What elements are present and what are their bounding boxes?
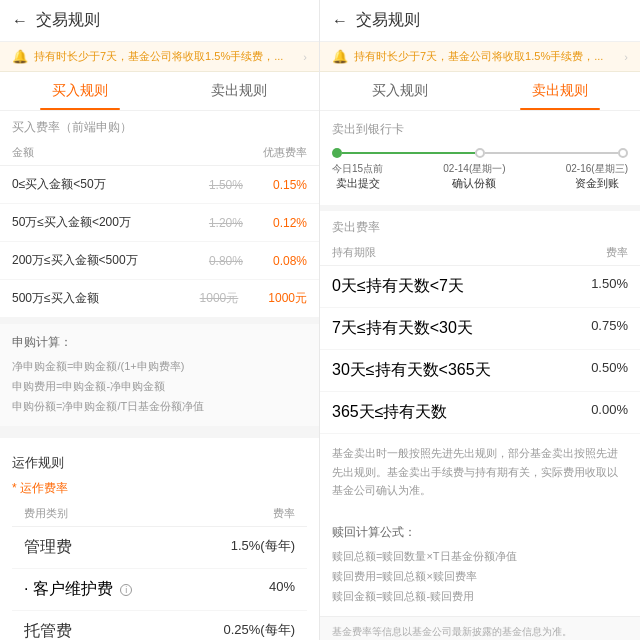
sell-fee-label-0: 0天≤持有天数<7天 — [332, 276, 464, 297]
left-back-icon[interactable]: ← — [12, 12, 28, 30]
left-notice-text: 持有时长少于7天，基金公司将收取1.5%手续费，... — [34, 49, 299, 64]
left-section-title: 买入费率（前端申购） — [0, 111, 319, 140]
right-tabs: 买入规则 卖出规则 — [320, 72, 640, 111]
left-content: 买入费率（前端申购） 金额 优惠费率 0≤买入金额<50万 1.50% 0.15… — [0, 111, 319, 640]
table-row: 500万≤买入金额 1000元 1000元 — [0, 280, 319, 318]
info-icon[interactable]: i — [120, 584, 132, 596]
left-title: 交易规则 — [36, 10, 100, 31]
timeline-track — [332, 148, 628, 158]
sell-fee-label-2: 30天≤持有天数<365天 — [332, 360, 491, 381]
bottom-note: 基金费率等信息以基金公司最新披露的基金信息为准。 — [320, 616, 640, 640]
right-back-icon[interactable]: ← — [332, 12, 348, 30]
calc-item-2: 申购份额=净申购金额/T日基金份额净值 — [12, 397, 307, 417]
ops-section: 运作规则 * 运作费率 费用类别 费率 管理费 1.5%(每年) · 客户维护费… — [0, 438, 319, 640]
right-rate-label: 费率 — [606, 245, 628, 260]
old-rate-0: 1.50% — [209, 178, 243, 192]
left-panel: ← 交易规则 🔔 持有时长少于7天，基金公司将收取1.5%手续费，... › 买… — [0, 0, 320, 640]
ops-title: 运作规则 — [12, 446, 307, 476]
sell-fee-rate-1: 0.75% — [591, 318, 628, 339]
left-fee-table-header: 金额 优惠费率 — [0, 140, 319, 166]
sell-fee-label-1: 7天≤持有天数<30天 — [332, 318, 473, 339]
calc-section: 申购计算： 净申购金额=申购金额/(1+申购费率) 申购费用=申购金额-净申购金… — [0, 318, 319, 432]
left-top-bar: ← 交易规则 — [0, 0, 319, 42]
tl-date-1: 02-14(星期一) — [443, 162, 505, 176]
right-panel: ← 交易规则 🔔 持有时长少于7天，基金公司将收取1.5%手续费，... › 买… — [320, 0, 640, 640]
table-row: 50万≤买入金额<200万 1.20% 0.12% — [0, 204, 319, 242]
sell-fee-rate-2: 0.50% — [591, 360, 628, 381]
ops-row-0: 管理费 1.5%(每年) — [12, 527, 307, 569]
right-calc-item-2: 赎回金额=赎回总额-赎回费用 — [332, 587, 628, 607]
old-rate-1: 1.20% — [209, 216, 243, 230]
calc-item-1: 申购费用=申购金额-净申购金额 — [12, 377, 307, 397]
right-notice-bar[interactable]: 🔔 持有时长少于7天，基金公司将收取1.5%手续费，... › — [320, 42, 640, 72]
ops-label-0: 管理费 — [24, 537, 72, 558]
right-top-bar: ← 交易规则 — [320, 0, 640, 42]
table-row: 0≤买入金额<50万 1.50% 0.15% — [0, 166, 319, 204]
timeline-dot-2 — [618, 148, 628, 158]
ops-row-1: · 客户维护费 i 40% — [12, 569, 307, 611]
new-rate-2: 0.08% — [273, 254, 307, 268]
sell-fee-row-2: 30天≤持有天数<365天 0.50% — [320, 350, 640, 392]
left-tab-sell[interactable]: 卖出规则 — [160, 72, 320, 110]
left-notice-arrow: › — [303, 51, 307, 63]
sell-fee-rate-0: 1.50% — [591, 276, 628, 297]
right-title: 交易规则 — [356, 10, 420, 31]
new-rate-1: 0.12% — [273, 216, 307, 230]
sell-fee-title: 卖出费率 — [320, 211, 640, 240]
left-tabs: 买入规则 卖出规则 — [0, 72, 319, 111]
timeline-dot-0 — [332, 148, 342, 158]
right-content: 卖出到银行卡 今日15点前 卖出提交 02-14(星期一) 确认份额 02-1 — [320, 111, 640, 640]
tl-label-2: 资金到账 — [575, 176, 619, 191]
tl-label-1: 确认份额 — [452, 176, 496, 191]
bottom-note-text: 基金费率等信息以基金公司最新披露的基金信息为准。 — [332, 626, 572, 637]
timeline-item-2: 02-16(星期三) 资金到账 — [566, 162, 628, 191]
tl-date-0: 今日15点前 — [332, 162, 383, 176]
new-rate-0: 0.15% — [273, 178, 307, 192]
right-calc-item-1: 赎回费用=赎回总额×赎回费率 — [332, 567, 628, 587]
sell-fee-rate-3: 0.00% — [591, 402, 628, 423]
ops-row-2: 托管费 0.25%(每年) — [12, 611, 307, 640]
sell-fee-label-3: 365天≤持有天数 — [332, 402, 447, 423]
timeline-line-1 — [485, 152, 618, 154]
timeline-labels: 今日15点前 卖出提交 02-14(星期一) 确认份额 02-16(星期三) 资… — [332, 162, 628, 191]
old-rate-3: 1000元 — [200, 290, 239, 307]
fee-label-2: 200万≤买入金额<500万 — [12, 252, 138, 269]
timeline-item-0: 今日15点前 卖出提交 — [332, 162, 383, 191]
right-notice-text: 持有时长少于7天，基金公司将收取1.5%手续费，... — [354, 49, 620, 64]
sell-fee-section: 卖出费率 持有期限 费率 0天≤持有天数<7天 1.50% 7天≤持有天数<30… — [320, 211, 640, 434]
ops-rate-2: 0.25%(每年) — [223, 621, 295, 640]
left-col2-header: 优惠费率 — [263, 145, 307, 160]
ops-rate-0: 1.5%(每年) — [231, 537, 295, 558]
ops-label-1: · 客户维护费 i — [24, 579, 132, 600]
sell-timeline-section: 卖出到银行卡 今日15点前 卖出提交 02-14(星期一) 确认份额 02-1 — [320, 111, 640, 205]
sell-fee-row-3: 365天≤持有天数 0.00% — [320, 392, 640, 434]
right-tab-buy[interactable]: 买入规则 — [320, 72, 480, 110]
right-notice-speaker-icon: 🔔 — [332, 49, 348, 64]
left-col1-header: 金额 — [12, 145, 34, 160]
timeline-item-1: 02-14(星期一) 确认份额 — [443, 162, 505, 191]
sell-fee-row-0: 0天≤持有天数<7天 1.50% — [320, 266, 640, 308]
ops-rate-1: 40% — [269, 579, 295, 600]
notice-speaker-icon: 🔔 — [12, 49, 28, 64]
sell-fee-row-1: 7天≤持有天数<30天 0.75% — [320, 308, 640, 350]
timeline-dot-1 — [475, 148, 485, 158]
left-notice-bar[interactable]: 🔔 持有时长少于7天，基金公司将收取1.5%手续费，... › — [0, 42, 319, 72]
old-rate-2: 0.80% — [209, 254, 243, 268]
timeline-title: 卖出到银行卡 — [332, 121, 628, 138]
left-tab-buy[interactable]: 买入规则 — [0, 72, 160, 110]
new-rate-3: 1000元 — [268, 290, 307, 307]
ops-col1-header: 费用类别 — [24, 506, 68, 521]
right-holding-label: 持有期限 — [332, 245, 376, 260]
calc-item-0: 净申购金额=申购金额/(1+申购费率) — [12, 357, 307, 377]
right-calc-title: 赎回计算公式： — [332, 524, 628, 541]
right-fee-table-header: 持有期限 费率 — [320, 240, 640, 266]
notes-text: 基金卖出时一般按照先进先出规则，部分基金卖出按照先进先出规则。基金卖出手续费与持… — [332, 444, 628, 500]
fee-label-0: 0≤买入金额<50万 — [12, 176, 106, 193]
notes-section: 基金卖出时一般按照先进先出规则，部分基金卖出按照先进先出规则。基金卖出手续费与持… — [320, 434, 640, 616]
table-row: 200万≤买入金额<500万 0.80% 0.08% — [0, 242, 319, 280]
fee-label-1: 50万≤买入金额<200万 — [12, 214, 131, 231]
calc-title: 申购计算： — [12, 334, 307, 351]
right-tab-sell[interactable]: 卖出规则 — [480, 72, 640, 110]
ops-subtitle: * 运作费率 — [12, 476, 307, 501]
tl-label-0: 卖出提交 — [336, 176, 380, 191]
